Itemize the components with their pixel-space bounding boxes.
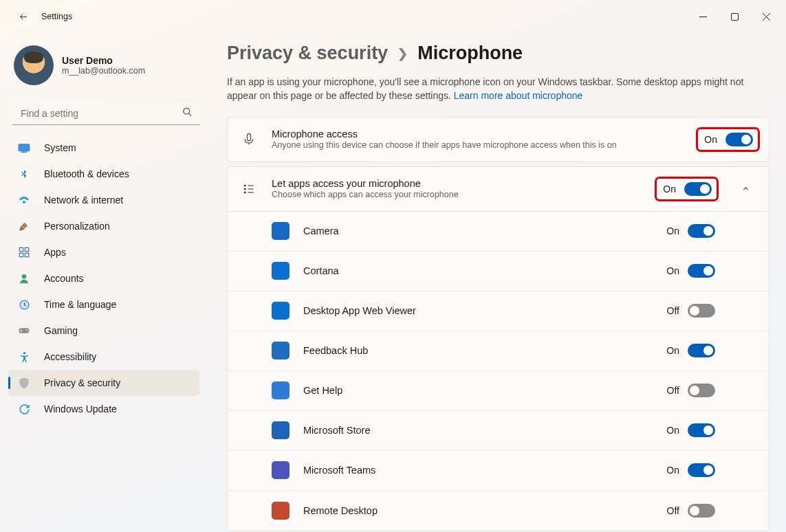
svg-rect-15	[248, 133, 251, 140]
app-icon	[272, 461, 290, 479]
apps-access-title: Let apps access your microphone	[272, 178, 644, 189]
app-toggle-label: On	[666, 265, 679, 276]
sidebar-item-accessibility[interactable]: Accessibility	[8, 344, 199, 370]
sidebar-item-apps[interactable]: Apps	[8, 239, 199, 265]
personalization-icon	[18, 220, 30, 232]
apps-access-toggle-group: On	[658, 180, 715, 198]
sidebar-item-gaming[interactable]: Gaming	[8, 318, 199, 344]
app-icon	[272, 222, 290, 240]
sidebar-item-network[interactable]: Network & internet	[8, 187, 199, 213]
svg-point-13	[28, 331, 29, 332]
nav-list: SystemBluetooth & devicesNetwork & inter…	[8, 135, 206, 422]
app-toggle-group: On	[666, 463, 715, 477]
chevron-right-icon: ❯	[397, 46, 408, 61]
microphone-access-card: Microphone access Anyone using this devi…	[227, 117, 769, 162]
learn-more-link[interactable]: Learn more about microphone	[454, 90, 583, 101]
app-toggle-label: On	[666, 425, 679, 436]
app-icon	[272, 381, 290, 399]
mic-access-toggle[interactable]	[725, 133, 753, 146]
app-name: Desktop App Web Viewer	[303, 305, 653, 316]
sidebar-item-label: Apps	[44, 247, 66, 258]
update-icon	[18, 403, 30, 415]
app-toggle[interactable]	[688, 504, 715, 518]
svg-rect-7	[19, 253, 23, 256]
sidebar-item-bluetooth[interactable]: Bluetooth & devices	[8, 161, 199, 187]
sidebar-item-system[interactable]: System	[8, 135, 199, 161]
svg-rect-5	[19, 247, 23, 251]
app-icon	[272, 421, 290, 439]
user-email: m__lab@outlook.com	[62, 66, 145, 76]
gaming-icon	[18, 324, 30, 337]
breadcrumb: Privacy & security ❯ Microphone	[227, 43, 769, 64]
avatar	[14, 45, 54, 85]
svg-rect-4	[21, 151, 28, 152]
app-icon	[272, 302, 290, 320]
app-toggle[interactable]	[688, 344, 715, 357]
svg-rect-1	[731, 13, 738, 20]
sidebar-item-label: Gaming	[44, 325, 78, 336]
minimize-button[interactable]	[687, 5, 719, 27]
accounts-icon	[18, 272, 30, 285]
title-bar: Settings	[0, 0, 786, 33]
sidebar-item-time[interactable]: Time & language	[8, 291, 199, 318]
app-row: Get HelpOff	[228, 371, 769, 411]
app-name: Camera	[303, 225, 653, 236]
svg-point-2	[184, 108, 190, 114]
app-icon	[272, 502, 290, 520]
app-row: Microsoft TeamsOn	[228, 451, 769, 491]
app-row: Desktop App Web ViewerOff	[228, 291, 769, 331]
collapse-button[interactable]	[734, 178, 756, 200]
svg-rect-6	[25, 247, 28, 251]
apps-list-icon	[240, 182, 258, 196]
search-input[interactable]	[12, 102, 199, 125]
breadcrumb-parent[interactable]: Privacy & security	[227, 43, 388, 64]
app-toggle-label: On	[666, 225, 679, 236]
app-row: Remote DesktopOff	[228, 491, 769, 531]
app-toggle[interactable]	[688, 463, 715, 477]
maximize-button[interactable]	[719, 5, 750, 27]
app-name: Get Help	[303, 385, 653, 396]
app-row: Microsoft StoreOn	[228, 411, 769, 451]
close-button[interactable]	[750, 5, 782, 27]
apps-access-card: Let apps access your microphone Choose w…	[227, 166, 769, 531]
svg-rect-3	[19, 144, 30, 151]
app-toggle-group: On	[666, 224, 715, 238]
app-toggle[interactable]	[688, 224, 715, 238]
back-button[interactable]	[12, 5, 34, 27]
app-toggle-label: On	[666, 465, 679, 476]
app-icon	[272, 342, 290, 359]
accessibility-icon	[18, 351, 30, 363]
sidebar-item-update[interactable]: Windows Update	[8, 396, 199, 422]
app-toggle[interactable]	[688, 384, 715, 397]
app-toggle-group: Off	[667, 504, 715, 518]
app-toggle[interactable]	[688, 264, 715, 278]
app-toggle[interactable]	[688, 304, 715, 318]
apps-access-toggle-label: On	[663, 184, 676, 195]
sidebar-item-label: Privacy & security	[44, 377, 120, 388]
sidebar-item-privacy[interactable]: Privacy & security	[8, 370, 199, 396]
user-name: User Demo	[62, 55, 145, 66]
app-name: Cortana	[303, 265, 653, 276]
time-icon	[18, 298, 30, 311]
network-icon	[18, 194, 30, 206]
sidebar-item-label: Bluetooth & devices	[44, 168, 129, 179]
sidebar-item-personalization[interactable]: Personalization	[8, 213, 199, 239]
sidebar-item-label: Time & language	[44, 299, 116, 310]
sidebar-item-label: Windows Update	[44, 403, 117, 414]
app-list: CameraOnCortanaOnDesktop App Web ViewerO…	[228, 211, 769, 531]
sidebar-item-label: Network & internet	[44, 195, 123, 206]
privacy-icon	[18, 377, 30, 389]
apps-access-toggle[interactable]	[684, 182, 712, 196]
svg-point-9	[22, 274, 27, 279]
account-block[interactable]: User Demo m__lab@outlook.com	[8, 36, 206, 102]
app-toggle-group: Off	[667, 304, 715, 318]
app-toggle-label: Off	[667, 305, 679, 316]
sidebar-item-label: Personalization	[44, 221, 110, 232]
mic-access-toggle-group: On	[699, 131, 756, 148]
app-toggle-group: On	[666, 344, 715, 357]
app-toggle[interactable]	[688, 423, 715, 437]
sidebar-item-accounts[interactable]: Accounts	[8, 265, 199, 291]
app-toggle-group: On	[666, 264, 715, 278]
app-icon	[272, 262, 290, 280]
svg-point-17	[244, 188, 245, 190]
